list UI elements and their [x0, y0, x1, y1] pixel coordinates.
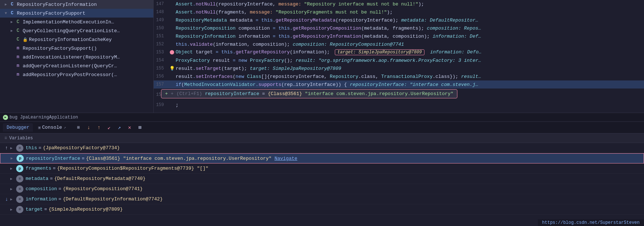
expand-arrow: ▶	[9, 37, 15, 42]
var-row-metadata[interactable]: ▶ = metadata = {DefaultRepositoryMetadat…	[0, 174, 644, 184]
code-editor: 147 Assert.notNull(repositoryInterface, …	[154, 0, 644, 113]
toolbar-btn-step-into[interactable]: ↑	[94, 123, 103, 132]
tree-label: addInvocationListener(RepositoryM…	[23, 54, 120, 60]
var-row-composition[interactable]: ▶ = composition = {RepositoryComposition…	[0, 184, 644, 194]
tree-label: addQueryCreationListener(QueryCr…	[23, 63, 117, 69]
tree-item-query-collecting[interactable]: ▶ C QueryCollectingQueryCreationListe…	[0, 26, 153, 35]
expand-arrow: ▶	[10, 197, 16, 201]
run-icon: ▶	[3, 115, 8, 120]
code-line-157: 157 if(MethodInvocationValidator.support…	[154, 80, 644, 88]
tree-item-repo-factory-info[interactable]: ▶ C RepositoryFactoryInformation	[0, 0, 153, 9]
var-row-repo-interface[interactable]: ▶ p repositoryInterface = {Class@3561} "…	[0, 153, 644, 163]
var-row-fragments[interactable]: ▶ p fragments = {RepositoryComposition$R…	[0, 163, 644, 174]
var-row-this[interactable]: ↑ ▶ = this = {JpaRepositoryFactory@7734}	[0, 143, 644, 153]
var-row-information[interactable]: ↓ ▶ = information = {DefaultRepositoryIn…	[0, 194, 644, 204]
var-type-eq-icon: =	[16, 196, 23, 203]
method-icon: m	[15, 45, 21, 52]
debug-tooltip-popup: + + (Ctrl+F1) repositoryInterface = {Cla…	[161, 89, 457, 98]
code-line-153: 153 Object target = this.getTargetReposi…	[154, 48, 644, 56]
tree-item-repo-factory-support-m[interactable]: ▶ m RepositoryFactorySupport()	[0, 44, 153, 53]
toolbar-btn-grid[interactable]: ⊞	[135, 123, 144, 132]
gutter-breakpoint	[168, 50, 176, 54]
navigate-link[interactable]: Navigate	[274, 156, 297, 161]
debugger-section: ▶ bug JpaLearningApplication Debugger ▣ …	[0, 113, 644, 226]
code-line-151: 151 RepositoryInformation information = …	[154, 32, 644, 40]
var-name-composition: composition	[26, 186, 57, 192]
expand-arrow: ▼	[3, 10, 9, 16]
var-name-target: target	[26, 207, 43, 212]
status-url: https://blog.csdn.net/SuperstarSteven	[542, 220, 640, 225]
code-text: result.setInterfaces(new Class[]{reposit…	[176, 74, 641, 79]
method-icon: m	[15, 63, 21, 69]
code-line-148: 148 Assert.notNull(fragments, message: "…	[154, 8, 644, 16]
debugger-tabs-bar: Debugger ▣ Console ↗ ≡ ↓ ↑ ↙ ↗ ✕ ⊞	[0, 122, 644, 133]
code-text: Assert.notNull(fragments, message: "Repo…	[176, 10, 641, 15]
expand-arrow: ▶	[11, 156, 16, 161]
scroll-arrow-down[interactable]: ↓	[3, 196, 10, 202]
tree-item-impl-method[interactable]: ▶ C ImplementationMethodExecutionIn…	[0, 18, 153, 26]
code-line-152: 152 this.validate(information, compositi…	[154, 40, 644, 48]
method-icon: m	[15, 54, 21, 60]
class-icon: C	[15, 27, 21, 34]
code-text: ;	[176, 102, 641, 108]
line-num: 154	[154, 58, 168, 63]
tree-label: QueryCollectingQueryCreationListe…	[23, 28, 120, 34]
status-bar: https://blog.csdn.net/SuperstarSteven	[538, 219, 644, 226]
tree-item-repo-info-cache[interactable]: ▶ C 🔒 RepositoryInformationCacheKey	[0, 35, 153, 44]
var-row-target[interactable]: ▶ = target = {SimpleJpaRepository@7809}	[0, 204, 644, 215]
line-num: 153	[154, 50, 168, 55]
var-value-fragments: {RepositoryComposition$RepositoryFragmen…	[57, 166, 208, 171]
toolbar-btn-menu[interactable]: ≡	[74, 123, 83, 132]
var-eq: =	[50, 176, 53, 181]
var-name-information: information	[26, 196, 57, 202]
tree-item-add-invocation[interactable]: ▶ m addInvocationListener(RepositoryM…	[0, 53, 153, 61]
var-type-p-icon: p	[16, 165, 23, 172]
tree-label: RepositoryFactoryInformation	[17, 2, 97, 7]
variables-list: ↑ ▶ = this = {JpaRepositoryFactory@7734}…	[0, 143, 644, 226]
debug-inline-box: target: SimpleJpaRepository@7809	[335, 49, 424, 55]
scroll-arrow-up[interactable]: ↑	[3, 145, 10, 151]
var-value-metadata: {DefaultRepositoryMetadata@7740}	[54, 176, 146, 181]
expand-arrow: ▶	[10, 207, 16, 212]
class-icon: C	[15, 36, 21, 43]
code-text: this.validate(information, composition);…	[176, 42, 641, 47]
toolbar-btn-step-over[interactable]: ↓	[84, 123, 93, 132]
tree-item-add-proxy[interactable]: ▶ m addRepositoryProxyPostProcessor(…	[0, 70, 153, 79]
tree-label: RepositoryFactorySupport()	[23, 46, 97, 51]
code-text: RepositoryInformation information = this…	[176, 34, 641, 39]
gutter-bulb: 💡	[168, 66, 176, 71]
method-icon: m	[15, 71, 21, 78]
expand-arrow: ▶	[9, 54, 15, 60]
toolbar-btn-stop[interactable]: ✕	[125, 123, 134, 132]
debug-toolbar: ≡ ↓ ↑ ↙ ↗ ✕ ⊞	[74, 123, 144, 132]
var-value-repo-interface: {Class@3561} "interface com.steven.jpa.r…	[86, 156, 272, 161]
line-num: 156	[154, 74, 168, 79]
top-row: ▶ C RepositoryFactoryInformation ▼ C Rep…	[0, 0, 644, 113]
var-eq: =	[59, 196, 61, 202]
console-arrow-icon: ↗	[64, 125, 66, 130]
tree-item-repo-factory-support[interactable]: ▼ C RepositoryFactorySupport	[0, 9, 153, 18]
tree-label: RepositoryInformationCacheKey	[29, 37, 112, 42]
var-type-eq-icon: =	[16, 185, 23, 193]
line-num: 155	[154, 66, 168, 71]
tree-item-add-query[interactable]: ▶ m addQueryCreationListener(QueryCr…	[0, 61, 153, 70]
tab-console[interactable]: ▣ Console ↗	[34, 123, 70, 132]
tab-debugger[interactable]: Debugger	[3, 123, 33, 132]
code-text: RepositoryMetadata metadata = this.getRe…	[176, 18, 641, 23]
toolbar-btn-step-out[interactable]: ↙	[105, 123, 113, 132]
variables-menu-icon: ≡	[4, 136, 7, 141]
var-type-p-icon: p	[16, 155, 24, 162]
expand-arrow: ▶	[10, 146, 16, 150]
file-tree-panel: ▶ C RepositoryFactoryInformation ▼ C Rep…	[0, 0, 154, 113]
var-type-eq-icon: =	[16, 175, 23, 182]
var-name-this: this	[26, 145, 37, 151]
line-num: 148	[154, 10, 168, 15]
expand-arrow: ▶	[10, 166, 16, 171]
shortcut-label: + (Ctrl+F1)	[171, 91, 202, 97]
expand-arrow: ▶	[9, 28, 15, 34]
code-line-158: 158 + + (Ctrl+F1) repositoryInterface = …	[154, 88, 644, 101]
toolbar-btn-resume[interactable]: ↗	[115, 123, 124, 132]
line-num: 157	[154, 82, 168, 87]
code-line-149: 149 RepositoryMetadata metadata = this.g…	[154, 16, 644, 24]
tree-label: RepositoryFactorySupport	[17, 11, 85, 16]
